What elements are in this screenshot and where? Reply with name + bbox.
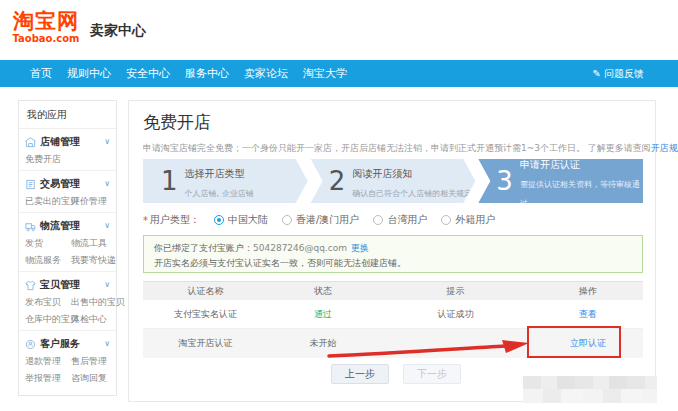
feedback-label: 问题反馈 bbox=[604, 67, 644, 81]
step-wizard: 1 选择开店类型个人店铺, 企业店铺 2 阅读开店须知确认自己符合个人店铺的相关… bbox=[143, 159, 643, 203]
radio-mainland-china[interactable]: 中国大陆 bbox=[214, 213, 268, 227]
step-2: 2 阅读开店须知确认自己符合个人店铺的相关规定 bbox=[311, 159, 476, 203]
radio-selected-icon bbox=[214, 215, 224, 225]
sidebar-item-shop-management[interactable]: 店铺管理 ∨ bbox=[25, 135, 110, 149]
headset-icon bbox=[25, 339, 36, 350]
nav-item-home[interactable]: 首页 bbox=[30, 66, 52, 81]
required-mark: * bbox=[143, 215, 148, 226]
open-shop-rules-link[interactable]: 开店规则必看 bbox=[651, 143, 678, 153]
main-title: 免费开店 bbox=[143, 111, 211, 134]
radio-taiwan[interactable]: 台湾用户 bbox=[373, 213, 427, 227]
nav-item-security[interactable]: 安全中心 bbox=[126, 66, 170, 81]
chevron-down-icon: ∨ bbox=[104, 222, 110, 230]
sidebar-link-aftersale-management[interactable]: 售后管理 bbox=[71, 355, 110, 368]
sidebar-link-consult-reply[interactable]: 咨询回复 bbox=[71, 372, 110, 385]
blurred-watermark-patch bbox=[523, 376, 657, 403]
intro-text: 申请淘宝店铺完全免费；一个身份只能开一家店，开店后店铺无法注销，申请到正式开通预… bbox=[143, 142, 643, 155]
step-1-desc: 个人店铺, 企业店铺 bbox=[185, 189, 254, 198]
cert-hint: 认证成功 bbox=[438, 308, 474, 321]
sidebar-link-send-express[interactable]: 我要寄快递 bbox=[71, 254, 116, 267]
main-panel: 免费开店 申请淘宝店铺完全免费；一个身份只能开一家店，开店后店铺无法注销，申请到… bbox=[128, 100, 656, 402]
logo-text-en: Taobao.com bbox=[10, 33, 82, 44]
certify-now-button[interactable]: 立即认证 bbox=[570, 337, 606, 350]
col-cert-name: 认证名称 bbox=[188, 285, 224, 298]
sidebar: 我的应用 店铺管理 ∨ 免费开店 交易管理 ∨ 已卖出的宝贝 评价管理 bbox=[18, 100, 117, 396]
truck-icon bbox=[25, 221, 36, 232]
user-type-label: 用户类型： bbox=[150, 213, 200, 227]
change-account-link[interactable]: 更换 bbox=[351, 243, 369, 253]
sidebar-link-items-in-stock[interactable]: 仓库中的宝贝 bbox=[25, 313, 71, 326]
sidebar-link-publish-item[interactable]: 发布宝贝 bbox=[25, 296, 71, 309]
sidebar-item-item-management[interactable]: 宝贝管理 ∨ bbox=[25, 278, 110, 292]
pencil-icon: ✎ bbox=[593, 68, 601, 79]
sidebar-item-trade-management[interactable]: 交易管理 ∨ bbox=[25, 177, 110, 191]
nav-item-service[interactable]: 服务中心 bbox=[185, 66, 229, 81]
view-link[interactable]: 查看 bbox=[579, 308, 597, 321]
document-icon bbox=[25, 179, 36, 190]
realname-warning-line: 开店实名必须与支付宝认证实名一致，否则可能无法创建店铺。 bbox=[154, 257, 632, 270]
sidebar-link-refund-management[interactable]: 退款管理 bbox=[25, 355, 71, 368]
status-passed: 通过 bbox=[314, 308, 332, 321]
page-title: 卖家中心 bbox=[90, 22, 146, 40]
radio-foreign[interactable]: 外籍用户 bbox=[441, 213, 495, 227]
wizard-buttons: 上一步 下一步 bbox=[331, 364, 461, 384]
sidebar-link-items-on-sale[interactable]: 出售中的宝贝 bbox=[71, 296, 125, 309]
nav-item-rules[interactable]: 规则中心 bbox=[67, 66, 111, 81]
radio-icon bbox=[441, 215, 451, 225]
table-row-taobao-cert: 淘宝开店认证 未开始 立即认证 bbox=[143, 329, 643, 358]
sidebar-title: 我的应用 bbox=[19, 101, 116, 129]
next-step-button[interactable]: 下一步 bbox=[403, 364, 461, 384]
chevron-down-icon: ∨ bbox=[104, 138, 110, 146]
header: 淘宝网 Taobao.com 卖家中心 bbox=[0, 0, 678, 60]
table-row-alipay-cert: 支付宝实名认证 通过 认证成功 查看 bbox=[143, 300, 643, 329]
step-3-desc: 需提供认证相关资料，等待审核通过 bbox=[520, 180, 640, 208]
sidebar-item-customer-service[interactable]: 客户服务 ∨ bbox=[25, 337, 110, 351]
sidebar-section-customer: 客户服务 ∨ 退款管理 售后管理 举报管理 咨询回复 bbox=[19, 330, 116, 389]
status-not-started: 未开始 bbox=[310, 337, 337, 350]
sidebar-link-ship[interactable]: 发货 bbox=[25, 237, 71, 250]
alipay-notice-box: 你已绑定了支付宝账户：504287246@qq.com更换 开店实名必须与支付宝… bbox=[143, 235, 643, 273]
sidebar-section-items: 宝贝管理 ∨ 发布宝贝 出售中的宝贝 仓库中的宝贝 体检中心 bbox=[19, 271, 116, 330]
table-header-row: 认证名称 状态 提示 操作 bbox=[143, 281, 643, 300]
alipay-bound-line: 你已绑定了支付宝账户：504287246@qq.com更换 bbox=[154, 242, 632, 255]
sidebar-link-free-open-shop[interactable]: 免费开店 bbox=[25, 153, 71, 166]
cert-name: 支付宝实名认证 bbox=[174, 308, 237, 321]
sidebar-section-trade: 交易管理 ∨ 已卖出的宝贝 评价管理 bbox=[19, 170, 116, 212]
radio-hongkong-macau[interactable]: 香港/澳门用户 bbox=[282, 213, 359, 227]
prev-step-button[interactable]: 上一步 bbox=[331, 364, 389, 384]
top-nav: 首页 规则中心 安全中心 服务中心 卖家论坛 淘宝大学 ✎ 问题反馈 bbox=[0, 60, 678, 87]
certification-table: 认证名称 状态 提示 操作 支付宝实名认证 通过 认证成功 查看 淘宝开店认证 … bbox=[143, 281, 643, 358]
nav-item-forum[interactable]: 卖家论坛 bbox=[244, 66, 288, 81]
sidebar-link-logistics-service[interactable]: 物流服务 bbox=[25, 254, 71, 267]
step-3-title: 申请开店认证 bbox=[520, 159, 580, 170]
chevron-down-icon: ∨ bbox=[104, 281, 110, 289]
sidebar-link-health-center[interactable]: 体检中心 bbox=[71, 313, 125, 326]
radio-icon bbox=[373, 215, 383, 225]
sidebar-item-logistics-management[interactable]: 物流管理 ∨ bbox=[25, 219, 110, 233]
chevron-down-icon: ∨ bbox=[104, 340, 110, 348]
sidebar-link-logistics-tools[interactable]: 物流工具 bbox=[71, 237, 116, 250]
taobao-logo[interactable]: 淘宝网 Taobao.com bbox=[10, 9, 82, 44]
step-2-title: 阅读开店须知 bbox=[352, 168, 412, 179]
col-action: 操作 bbox=[579, 285, 597, 298]
sidebar-section-logistics: 物流管理 ∨ 发货 物流工具 物流服务 我要寄快递 bbox=[19, 212, 116, 271]
step-2-desc: 确认自己符合个人店铺的相关规定 bbox=[352, 189, 472, 198]
page: 淘宝网 Taobao.com 卖家中心 首页 规则中心 安全中心 服务中心 卖家… bbox=[0, 0, 678, 411]
col-status: 状态 bbox=[314, 285, 332, 298]
sidebar-link-sold-items[interactable]: 已卖出的宝贝 bbox=[25, 195, 71, 208]
feedback-button[interactable]: ✎ 问题反馈 bbox=[593, 60, 644, 87]
alipay-account-email: 504287246@qq.com bbox=[253, 243, 347, 253]
sidebar-link-review-management[interactable]: 评价管理 bbox=[71, 195, 110, 208]
cert-name: 淘宝开店认证 bbox=[179, 337, 233, 350]
step-1: 1 选择开店类型个人店铺, 企业店铺 bbox=[143, 159, 308, 203]
step-1-title: 选择开店类型 bbox=[185, 168, 245, 179]
shirt-icon bbox=[25, 280, 36, 291]
logo-text-cn: 淘宝网 bbox=[10, 9, 82, 33]
radio-icon bbox=[282, 215, 292, 225]
chevron-down-icon: ∨ bbox=[104, 180, 110, 188]
sidebar-link-report-management[interactable]: 举报管理 bbox=[25, 372, 71, 385]
shop-icon bbox=[25, 137, 36, 148]
col-hint: 提示 bbox=[447, 285, 465, 298]
step-3-active: 3 申请开店认证需提供认证相关资料，等待审核通过 bbox=[478, 159, 643, 203]
nav-item-university[interactable]: 淘宝大学 bbox=[303, 66, 347, 81]
